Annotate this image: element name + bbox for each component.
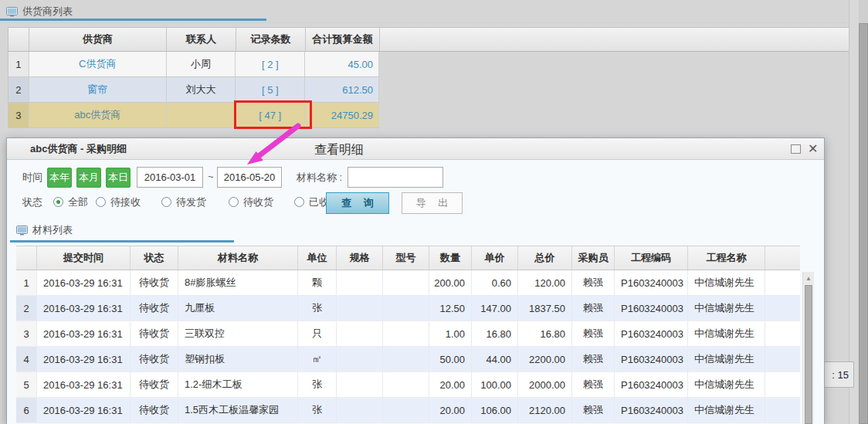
- radio-pending-receive-label[interactable]: 待收货: [243, 195, 273, 209]
- record-count-link[interactable]: [ 5 ]: [236, 77, 305, 102]
- project-name-cell: 中信城谢先生: [688, 270, 765, 295]
- table-row[interactable]: 3 2016-03-29 16:31 待收货 三联双控 只 1.00 16.80…: [16, 321, 800, 347]
- filler-cell: [765, 270, 800, 295]
- price-cell: 16.80: [472, 321, 518, 346]
- supplier-link[interactable]: 窗帘: [29, 77, 167, 102]
- project-code-cell: P1603240003: [615, 270, 688, 295]
- filler-cell: [765, 321, 800, 346]
- radio-pending-accept[interactable]: [96, 197, 106, 207]
- radio-received[interactable]: [294, 197, 304, 207]
- amount-cell: 24750.29: [305, 103, 379, 127]
- record-count-link[interactable]: [ 2 ]: [236, 52, 305, 76]
- submit-time-cell: 2016-03-29 16:31: [37, 347, 131, 371]
- supplier-col-num: [8, 28, 29, 51]
- close-icon[interactable]: ✕: [808, 141, 818, 158]
- supplier-link[interactable]: C供货商: [29, 52, 167, 76]
- query-button[interactable]: 查 询: [326, 192, 389, 214]
- contact-cell: 小周: [167, 52, 236, 76]
- col-qty: 数量: [429, 246, 472, 270]
- row-number: 5: [16, 372, 37, 397]
- maximize-icon[interactable]: [791, 144, 801, 154]
- price-cell: 44.00: [472, 347, 518, 371]
- qty-cell: 20.00: [429, 398, 472, 422]
- submit-time-cell: 2016-03-29 16:31: [37, 321, 131, 346]
- project-name-cell: 中信城谢先生: [688, 372, 765, 397]
- table-row-selected[interactable]: 3 abc供货商 [ 47 ] 24750.29: [8, 103, 379, 128]
- col-status: 状态: [131, 246, 178, 270]
- radio-pending-accept-label[interactable]: 待接收: [110, 195, 141, 209]
- supplier-tab-underline: [0, 19, 266, 21]
- table-row[interactable]: 2 窗帘 刘大大 [ 5 ] 612.50: [8, 77, 379, 103]
- material-section-title: 材料列表: [16, 223, 73, 237]
- table-row[interactable]: 1 2016-03-29 16:31 待收货 8#膨胀螺丝 颗 200.00 0…: [16, 270, 800, 296]
- this-year-button[interactable]: 本年: [47, 168, 72, 188]
- table-row[interactable]: 5 2016-03-29 16:31 待收货 1.2-细木工板 张 20.00 …: [16, 372, 800, 398]
- total-cell: 2120.00: [518, 398, 572, 422]
- supplier-col-contact: 联系人: [167, 28, 236, 51]
- project-name-cell: 中信城谢先生: [688, 398, 765, 422]
- screen: 供货商列表 供货商 联系人 记录条数 合计预算金额 1 C供货商 小周 [ 2 …: [0, 0, 868, 424]
- radio-all[interactable]: [53, 197, 63, 207]
- table-row[interactable]: 6 2016-03-29 16:31 待收货 1.5西木工板温馨家园 张 20.…: [16, 398, 800, 423]
- total-cell: 1837.50: [518, 296, 572, 321]
- material-name-cell: 九厘板: [178, 296, 298, 321]
- radio-pending-ship[interactable]: [161, 197, 171, 207]
- buyer-cell: 赖强: [572, 347, 615, 371]
- supplier-table-header: 供货商 联系人 记录条数 合计预算金额: [8, 27, 849, 52]
- material-name-cell: 1.5西木工板温馨家园: [178, 398, 298, 422]
- col-project-code: 工程编码: [615, 246, 688, 270]
- col-price: 单价: [472, 246, 518, 270]
- supplier-link[interactable]: abc供货商: [29, 103, 167, 127]
- submit-time-cell: 2016-03-29 16:31: [37, 270, 131, 295]
- qty-cell: 200.00: [429, 270, 472, 295]
- row-number: 3: [8, 103, 29, 127]
- material-name-input[interactable]: [348, 167, 443, 188]
- export-button[interactable]: 导 出: [402, 192, 463, 214]
- project-name-cell: 中信城谢先生: [688, 296, 765, 321]
- filler-cell: [765, 296, 800, 321]
- filler-cell: [765, 372, 800, 397]
- supplier-col-count: 记录条数: [236, 28, 306, 51]
- filler-cell: [765, 398, 800, 422]
- scroll-up-icon[interactable]: ▲: [803, 272, 814, 284]
- table-row[interactable]: 1 C供货商 小周 [ 2 ] 45.00: [8, 52, 379, 77]
- date-range-separator: ~: [208, 171, 214, 182]
- radio-pending-receive[interactable]: [229, 197, 239, 207]
- date-from-input[interactable]: [137, 167, 203, 188]
- material-scrollbar-thumb[interactable]: [805, 285, 812, 424]
- submit-time-cell: 2016-03-29 16:31: [37, 296, 131, 321]
- table-row[interactable]: 2 2016-03-29 16:31 待收货 九厘板 张 12.50 147.0…: [16, 296, 800, 321]
- total-cell: 2200.00: [518, 347, 572, 371]
- spec-cell: [337, 372, 383, 397]
- unit-cell: ㎡: [298, 347, 337, 371]
- row-number: 2: [8, 77, 29, 102]
- table-row[interactable]: 4 2016-03-29 16:31 待收货 塑钢扣板 ㎡ 50.00 44.0…: [16, 347, 800, 372]
- status-cell: 待收货: [131, 347, 178, 371]
- total-cell: 16.80: [518, 321, 572, 346]
- submit-time-cell: 2016-03-29 16:31: [37, 372, 131, 397]
- row-number: 4: [16, 347, 37, 371]
- row-number: 1: [16, 270, 37, 295]
- material-scrollbar-track[interactable]: ▲: [802, 272, 814, 424]
- supplier-section-title: 供货商列表: [6, 5, 73, 19]
- this-month-button[interactable]: 本月: [76, 168, 101, 188]
- model-cell: [383, 398, 429, 422]
- supplier-section-label: 供货商列表: [22, 5, 73, 19]
- monitor-icon: [16, 226, 28, 236]
- radio-pending-ship-label[interactable]: 待发货: [176, 195, 206, 209]
- qty-cell: 12.50: [429, 296, 472, 321]
- page-scrollbar-thumb[interactable]: [859, 23, 868, 424]
- status-cell: 待收货: [131, 270, 178, 295]
- status-cell: 待收货: [131, 398, 178, 422]
- today-button[interactable]: 本日: [106, 168, 131, 188]
- project-code-cell: P1603240003: [615, 347, 688, 371]
- amount-cell: 45.00: [305, 52, 379, 76]
- col-spec: 规格: [337, 246, 383, 270]
- model-cell: [383, 296, 429, 321]
- dialog-heading: 查看明细: [314, 142, 364, 158]
- col-num: [16, 246, 37, 270]
- material-name-cell: 8#膨胀螺丝: [178, 270, 298, 295]
- radio-all-label[interactable]: 全部: [68, 195, 88, 209]
- supplier-col-supplier: 供货商: [29, 28, 167, 51]
- spec-cell: [337, 398, 383, 422]
